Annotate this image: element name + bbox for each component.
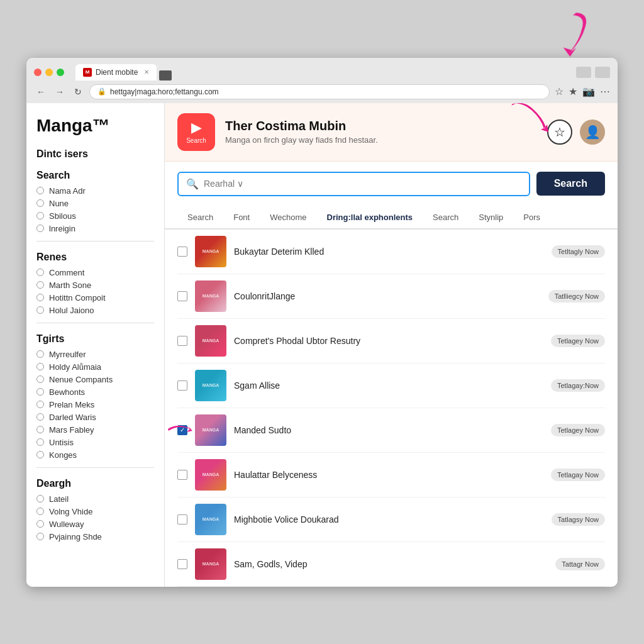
search-input[interactable]: [204, 179, 521, 189]
search-button[interactable]: Search: [536, 172, 605, 196]
favorite-star-button[interactable]: ☆: [547, 119, 572, 145]
sidebar-item-lateil[interactable]: Lateil: [36, 494, 154, 504]
result-checkbox-2[interactable]: [177, 336, 187, 346]
menu-icon[interactable]: ⋯: [600, 86, 610, 97]
result-title-0: Bukaytar Deterim Klled: [234, 247, 544, 257]
result-checkbox-6[interactable]: [177, 514, 187, 525]
close-button[interactable]: [34, 69, 42, 76]
browser-tab[interactable]: M Dient mobite ✕: [75, 64, 157, 80]
radio-untisis[interactable]: [36, 438, 44, 446]
result-checkbox-1[interactable]: [177, 291, 187, 301]
window-control-1[interactable]: [576, 67, 591, 78]
radio-hotittn[interactable]: [36, 294, 44, 301]
sidebar-item-label: Nune: [49, 199, 69, 208]
sidebar-item-nenue[interactable]: Nenue Compants: [36, 375, 154, 384]
sidebar-item-prelan[interactable]: Prelan Meks: [36, 400, 154, 409]
radio-holdy[interactable]: [36, 363, 44, 370]
result-item-3: MANGA Sgam Allise Tetlagay:Now: [177, 364, 605, 408]
sidebar-item-label: Volng Vhide: [49, 507, 92, 516]
refresh-button[interactable]: ↻: [72, 86, 84, 98]
radio-lnreigin[interactable]: [36, 225, 44, 232]
radio-nama-adr[interactable]: [36, 187, 44, 194]
radio-wulleway[interactable]: [36, 520, 44, 528]
sidebar-item-wulleway[interactable]: Wulleway: [36, 519, 154, 529]
result-title-7: Sam, Godls, Videp: [234, 559, 548, 569]
sidebar-item-holul[interactable]: Holul Jaiono: [36, 306, 154, 315]
maximize-button[interactable]: [57, 69, 64, 76]
radio-prelan[interactable]: [36, 401, 44, 408]
star-filled-icon[interactable]: ★: [569, 86, 577, 97]
result-thumb-5: MANGA: [195, 459, 226, 491]
result-thumb-0: MANGA: [195, 236, 226, 267]
tab-search2[interactable]: Search: [423, 206, 469, 230]
sidebar-item-marth-sone[interactable]: Marth Sone: [36, 280, 154, 290]
radio-comment[interactable]: [36, 269, 44, 276]
result-checkbox-0[interactable]: [177, 247, 187, 257]
result-item-5: MANGA Haulattar Belyceness Tetlagay Now: [177, 453, 605, 497]
radio-nune[interactable]: [36, 199, 44, 207]
sidebar-section-deargh-title: Deargh: [36, 478, 154, 489]
camera-icon[interactable]: 📷: [582, 86, 595, 97]
sidebar-item-label: Konges: [49, 450, 77, 460]
sidebar-item-comment[interactable]: Comment: [36, 268, 154, 277]
sidebar-item-untisis[interactable]: Untisis: [36, 438, 154, 447]
sidebar-item-konges[interactable]: Konges: [36, 450, 154, 460]
forward-button[interactable]: →: [53, 86, 67, 98]
tab-dring[interactable]: Dring:llal exphonlents: [317, 206, 423, 230]
tab-search[interactable]: Search: [177, 206, 223, 230]
radio-holul[interactable]: [36, 306, 44, 314]
radio-nenue[interactable]: [36, 375, 44, 383]
sidebar-item-nama-adr[interactable]: Nama Adr: [36, 186, 154, 196]
sidebar-item-hotittn[interactable]: Hotittn Compoit: [36, 293, 154, 303]
radio-marth-sone[interactable]: [36, 281, 44, 289]
radio-darled[interactable]: [36, 413, 44, 421]
sidebar-item-myrreulfer[interactable]: Myrreulfer: [36, 350, 154, 359]
sidebar-item-label: Darled Waris: [49, 413, 96, 422]
tab-font[interactable]: Font: [223, 206, 260, 230]
result-checkbox-7[interactable]: [177, 559, 187, 569]
sidebar-item-volng[interactable]: Volng Vhide: [36, 507, 154, 516]
sidebar-item-lnreigin[interactable]: lnreigin: [36, 224, 154, 233]
result-checkbox-4[interactable]: [177, 425, 187, 435]
divider-3: [36, 467, 154, 468]
radio-myrreulfer[interactable]: [36, 350, 44, 358]
minimize-button[interactable]: [45, 69, 53, 76]
tab-wechome[interactable]: Wechome: [260, 206, 316, 230]
radio-volng[interactable]: [36, 508, 44, 515]
sidebar-item-nune[interactable]: Nune: [36, 199, 154, 208]
new-tab-button[interactable]: [159, 70, 172, 80]
result-checkbox-5[interactable]: [177, 470, 187, 480]
radio-konges[interactable]: [36, 451, 44, 458]
radio-sbilous[interactable]: [36, 212, 44, 219]
back-button[interactable]: ←: [34, 86, 48, 98]
sidebar-item-label: Pvjainng Shde: [49, 532, 102, 541]
result-tag-0: Tetltagly Now: [552, 245, 605, 258]
result-title-3: Sgam Allise: [234, 380, 543, 391]
address-bar[interactable]: 🔒 hettgay|maga:horo;fettangu.com: [89, 84, 550, 99]
radio-bewhonts[interactable]: [36, 388, 44, 396]
radio-pvjainng[interactable]: [36, 533, 44, 540]
star-arrow-container: ☆: [547, 119, 572, 145]
radio-lateil[interactable]: [36, 495, 44, 502]
result-checkbox-3[interactable]: [177, 380, 187, 391]
search-input-wrap: 🔍: [177, 172, 530, 196]
sidebar-item-bewhonts[interactable]: Bewhonts: [36, 387, 154, 397]
results-list: MANGA Bukaytar Deterim Klled Tetltagly N…: [165, 230, 618, 587]
tab-stynlip[interactable]: Stynlip: [469, 206, 513, 230]
sidebar-item-holdy[interactable]: Holdy Alůmaia: [36, 362, 154, 372]
result-title-6: Mighbotie Volice Doukarad: [234, 514, 544, 525]
sidebar-item-mars[interactable]: Mars Fabley: [36, 425, 154, 435]
header-icon-label: Search: [186, 137, 206, 144]
avatar[interactable]: 👤: [580, 119, 605, 145]
tab-pors[interactable]: Pors: [513, 206, 550, 230]
radio-mars[interactable]: [36, 426, 44, 433]
sidebar-item-pvjainng[interactable]: Pvjainng Shde: [36, 532, 154, 541]
window-control-2[interactable]: [595, 67, 610, 78]
header-banner: ▶ Search Ther Costima Mubin Manga on fir…: [165, 103, 618, 162]
tab-close-icon[interactable]: ✕: [144, 69, 149, 75]
sidebar-item-sbilous[interactable]: Sbilous: [36, 211, 154, 221]
traffic-lights: [34, 69, 64, 76]
star-bookmark-icon[interactable]: ☆: [555, 86, 564, 97]
sidebar-item-darled[interactable]: Darled Waris: [36, 413, 154, 422]
header-icon-box: ▶ Search: [177, 113, 215, 151]
